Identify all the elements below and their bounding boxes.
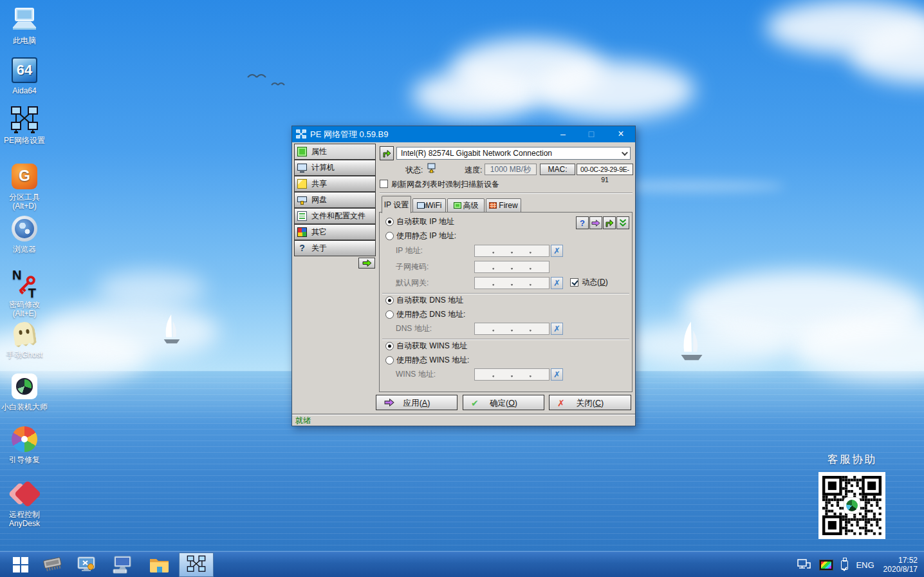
radio-auto-wins[interactable] [385, 342, 394, 350]
help-button[interactable]: ? [576, 216, 589, 229]
radio-static-dns[interactable] [385, 310, 394, 319]
apply-button-label: 应用(A) [376, 398, 457, 409]
aida64-glyph: 64 [12, 57, 37, 83]
taskbar-item-snip-tool[interactable] [71, 553, 102, 577]
icon-label-line: 此电脑 [1, 36, 48, 45]
radio-static-ip[interactable] [385, 232, 394, 240]
divider [382, 293, 629, 294]
close-button[interactable]: × [610, 126, 632, 142]
icon-label-line: 远程控制 [1, 510, 48, 519]
expand-button[interactable] [616, 216, 629, 229]
refresh-button[interactable] [603, 216, 616, 229]
tray-language[interactable]: ENG [856, 560, 874, 570]
maximize-button[interactable]: □ [580, 126, 602, 142]
radio-auto-dns-label: 自动获取 DNS 地址 [396, 296, 463, 305]
tab-advanced[interactable]: 高级 [447, 198, 485, 212]
help-icon: ? [580, 218, 585, 228]
sidebar-item-share[interactable]: 共享 [294, 176, 376, 192]
sidebar-label: 文件和配置文件 [311, 211, 365, 222]
radio-auto-dns[interactable] [385, 296, 394, 305]
desktop-icon-anydesk[interactable]: 远程控制 AnyDesk [1, 479, 48, 528]
ghost-icon [1, 319, 48, 349]
ram-chip-icon [41, 554, 66, 576]
sidebar-label: 共享 [311, 178, 327, 189]
icon-label-line: 手动Ghost [1, 350, 48, 359]
tray-date: 2020/8/17 [883, 565, 918, 574]
tab-firewall[interactable]: Firew [486, 198, 521, 212]
dns-address-input[interactable] [474, 323, 550, 335]
desktop-icon-pe-network-settings[interactable]: PE网络设置 [1, 105, 48, 145]
desktop-icon-xiaobai-installer[interactable]: 小白装机大师 [1, 372, 48, 411]
gateway-input[interactable] [474, 277, 550, 289]
icon-label-line: 密码修改 [1, 300, 48, 309]
window-title: PE 网络管理 0.59.B9 [310, 129, 388, 140]
sidebar-item-computer[interactable]: 计算机 [294, 160, 376, 176]
taskbar-item-computer[interactable] [106, 553, 139, 577]
network-nodes-icon [1, 105, 48, 135]
force-scan-checkbox[interactable] [380, 180, 388, 188]
refresh-adapter-button[interactable] [380, 146, 394, 160]
mac-label[interactable]: MAC: [540, 164, 575, 175]
apply-quick-button[interactable] [589, 216, 602, 229]
icon-label-line: 浏览器 [1, 245, 48, 254]
nt-letter: T [28, 288, 36, 298]
clear-wins-button[interactable]: ✗ [551, 368, 563, 381]
tray-display-icon[interactable] [819, 560, 833, 571]
sidebar-item-other[interactable]: 其它 [294, 224, 376, 240]
adapter-select[interactable]: Intel(R) 82574L Gigabit Network Connecti… [396, 147, 631, 160]
icon-label: Aida64 [1, 86, 48, 95]
four-squares-icon [297, 227, 307, 237]
minimize-button[interactable]: – [552, 126, 574, 142]
clear-gateway-button[interactable]: ✗ [551, 277, 563, 289]
share-folder-icon [297, 179, 307, 189]
ip-address-input[interactable] [474, 245, 550, 257]
speed-label: 速度: [465, 165, 482, 175]
window-icon [296, 129, 306, 140]
icon-label-line: 小白装机大师 [1, 402, 48, 411]
icon-label-line: (Alt+E) [1, 309, 48, 318]
clear-dns-button[interactable]: ✗ [551, 323, 563, 335]
sidebar-item-files-profiles[interactable]: 文件和配置文件 [294, 208, 376, 224]
start-button[interactable] [5, 553, 36, 577]
desktop-icon-manual-ghost[interactable]: 手动Ghost [1, 319, 48, 359]
monitor-keyboard-icon [112, 556, 133, 574]
monitor-lock-icon [77, 556, 96, 574]
tray-usb-icon[interactable] [841, 560, 848, 570]
desktop-icon-password-reset[interactable]: N T 密码修改 (Alt+E) [1, 269, 48, 318]
clear-ip-button[interactable]: ✗ [551, 245, 563, 257]
support-title: 客服协助 [818, 452, 885, 467]
anydesk-icon [1, 479, 48, 509]
desktop-icon-this-pc[interactable]: 此电脑 [1, 5, 48, 45]
dynamic-checkbox[interactable] [570, 278, 578, 287]
sidebar-item-about[interactable]: ? 关于 [294, 240, 376, 256]
desktop-icon-aida64[interactable]: 64 Aida64 [1, 55, 48, 95]
close-dialog-button[interactable]: ✗ 关闭(C) [549, 395, 631, 410]
ip-address-label: IP 地址: [396, 246, 423, 256]
taskbar-item-pe-network-manager[interactable] [179, 553, 214, 577]
cloud [39, 303, 219, 361]
ok-button[interactable]: ✔ 确定(O) [463, 395, 544, 410]
tab-ip-settings[interactable]: IP 设置 [382, 196, 411, 213]
sidebar-item-properties[interactable]: 属性 [294, 144, 376, 160]
support-panel: 客服协助 [818, 452, 885, 539]
radio-auto-ip[interactable] [385, 218, 394, 226]
desktop-icon-boot-repair[interactable]: 引导修复 [1, 424, 48, 464]
apply-button[interactable]: 应用(A) [376, 395, 457, 410]
sidebar-item-network-drive[interactable]: 网盘 [294, 192, 376, 208]
desktop-icon-partition-tool[interactable]: G 分区工具 (Alt+D) [1, 162, 48, 211]
tray-clock[interactable]: 17:52 2020/8/17 [883, 556, 918, 574]
qr-code [818, 472, 885, 539]
sidebar-next-arrow-button[interactable] [358, 258, 375, 269]
cloud [97, 270, 206, 306]
radio-auto-wins-label: 自动获取 WINS 地址 [396, 341, 467, 351]
tab-wifi[interactable]: WiFi [412, 198, 446, 212]
window-titlebar[interactable]: PE 网络管理 0.59.B9 – □ × [292, 126, 635, 142]
wins-address-input[interactable] [474, 368, 550, 381]
tray-network-icon[interactable] [797, 559, 811, 571]
radio-static-wins[interactable] [385, 356, 394, 364]
desktop-icon-browser[interactable]: 浏览器 [1, 214, 48, 254]
taskbar-item-aida64[interactable] [39, 553, 67, 577]
tab-label: 高级 [463, 200, 479, 211]
subnet-mask-input[interactable] [474, 261, 550, 273]
taskbar-item-file-explorer[interactable] [144, 553, 175, 577]
